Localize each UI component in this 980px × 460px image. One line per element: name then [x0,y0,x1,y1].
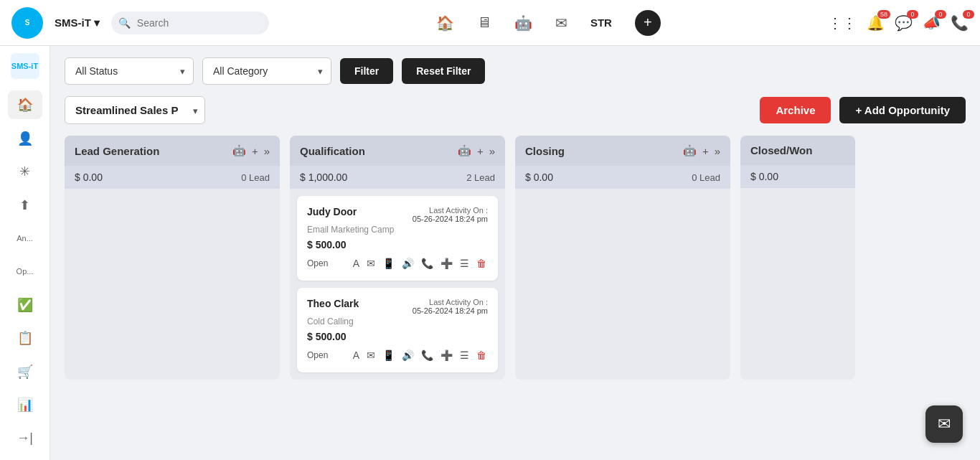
reset-filter-button[interactable]: Reset Filter [402,58,485,84]
card-judy-door: Judy Door Last Activity On : 05-26-2024 … [297,196,498,281]
sidebar-item-users[interactable]: 👤 [8,123,42,152]
card-action-delete-judy[interactable]: 🗑 [475,256,488,271]
card-source-theo: Cold Calling [307,316,488,327]
str-label: STR [590,17,612,29]
brand-name: SMS-iT [55,17,91,29]
sidebar-item-collapse[interactable]: →| [8,424,42,453]
column-closed-won: Closed/Won $ 0.00 [740,136,855,380]
sidebar-item-analytics[interactable]: An... [8,224,42,253]
card-action-email-judy[interactable]: ✉ [365,256,377,271]
opportunities-icon: Op... [17,267,34,276]
app-brand[interactable]: SMS-iT ▾ [55,17,100,29]
card-action-delete-theo[interactable]: 🗑 [475,348,488,362]
monitor-nav-button[interactable]: 🖥 [477,14,491,31]
archive-button[interactable]: Archive [760,97,831,123]
cards-lead-generation [65,189,280,196]
cards-closing [515,189,730,196]
card-action-add-theo[interactable]: ➕ [439,348,454,362]
filter-bar: All Status ▾ All Category ▾ Filter Reset… [65,57,966,85]
card-action-list-judy[interactable]: ☰ [458,256,471,271]
col-footer-qualification: $ 1,000.00 2 Lead [290,166,505,189]
top-navbar: S SMS-iT ▾ 🔍 🏠 🖥 🤖 ✉ STR + ⋮⋮ 🔔58 💬0 📣0 … [0,0,980,46]
col-footer-lead-generation: $ 0.00 0 Lead [65,166,280,189]
card-row1-judy: Judy Door Last Activity On : 05-26-2024 … [307,206,488,223]
col-footer-closed-won: $ 0.00 [740,165,855,188]
mail-nav-button[interactable]: ✉ [555,14,567,32]
nav-right-icons: ⋮⋮ 🔔58 💬0 📣0 📞0 [828,14,969,32]
col-title-closing: Closing [525,145,677,157]
col-expand-btn-qual[interactable]: » [489,145,495,157]
sidebar-item-network[interactable]: ✳ [8,157,42,186]
col-robot-btn-lead[interactable]: 🤖 [232,144,246,157]
card-action-text-judy[interactable]: A [352,256,361,271]
col-amount-qual: $ 1,000.00 [300,172,347,183]
card-activity-date-theo: 05-26-2024 18:24 pm [413,306,488,315]
card-name-theo: Theo Clark [307,298,359,309]
sidebar: SMS-iT 🏠 👤 ✳ ⬆ An... Op... ✅ 📋 🛒 📊 [0,46,50,460]
notifications-button[interactable]: 🔔58 [867,14,885,32]
filter-button[interactable]: Filter [340,58,393,84]
col-header-closed-won: Closed/Won [740,136,855,165]
kanban-board: Lead Generation 🤖 + » $ 0.00 0 Lead Qual… [65,136,966,387]
card-action-text-theo[interactable]: A [352,348,361,362]
col-expand-btn-lead[interactable]: » [264,145,270,157]
col-add-btn-qual[interactable]: + [477,145,484,157]
search-wrapper: 🔍 [111,11,269,34]
sidebar-item-opportunities[interactable]: Op... [8,257,42,286]
cards-qualification: Judy Door Last Activity On : 05-26-2024 … [290,189,505,372]
card-action-audio-judy[interactable]: 🔊 [400,256,415,271]
add-nav-button[interactable]: + [635,10,661,36]
sidebar-item-tasks[interactable]: ✅ [8,291,42,319]
col-add-btn-lead[interactable]: + [252,145,258,157]
col-footer-closing: $ 0.00 0 Lead [515,166,730,189]
category-select[interactable]: All Category [202,57,331,85]
card-action-add-judy[interactable]: ➕ [439,256,454,271]
phone-button[interactable]: 📞0 [951,14,969,32]
col-header-closing: Closing 🤖 + » [515,136,730,166]
chat-badge: 0 [907,10,918,19]
col-count-closing: 0 Lead [692,172,720,183]
col-amount-closed-won: $ 0.00 [750,171,778,182]
robot-nav-button[interactable]: 🤖 [514,14,532,32]
home-nav-button[interactable]: 🏠 [436,14,454,32]
status-select[interactable]: All Status [65,57,194,85]
card-action-sms-judy[interactable]: 📱 [381,256,396,271]
pipeline-select-wrap: Streamlined Sales P ▾ [65,96,205,124]
cards-closed-won [740,188,855,195]
broadcast-button[interactable]: 📣0 [923,14,941,32]
pipeline-header: Streamlined Sales P ▾ Archive + Add Oppo… [65,96,966,124]
float-chat-button[interactable]: ✉ [925,405,963,443]
card-action-sms-theo[interactable]: 📱 [381,348,396,362]
card-row1-theo: Theo Clark Last Activity On : 05-26-2024… [307,298,488,315]
pipeline-select[interactable]: Streamlined Sales P [65,96,205,124]
col-robot-btn-closing[interactable]: 🤖 [683,144,697,157]
col-expand-btn-closing[interactable]: » [715,145,720,157]
search-input[interactable] [111,11,269,34]
sidebar-item-reports[interactable]: 📋 [8,324,42,352]
col-robot-btn-qual[interactable]: 🤖 [458,144,471,157]
charts-icon: 📊 [17,397,33,413]
card-status-judy: Open [307,258,328,268]
col-add-btn-closing[interactable]: + [702,145,709,157]
card-action-list-theo[interactable]: ☰ [458,348,471,362]
card-action-call-judy[interactable]: 📞 [420,256,435,271]
sidebar-item-home[interactable]: 🏠 [8,90,42,119]
sidebar-item-funnel[interactable]: ⬆ [8,190,42,219]
card-name-judy: Judy Door [307,206,357,217]
card-action-call-theo[interactable]: 📞 [420,348,435,362]
tasks-icon: ✅ [17,297,33,313]
card-activity-label-theo: Last Activity On : [413,298,488,306]
card-action-email-theo[interactable]: ✉ [365,348,377,362]
chat-button[interactable]: 💬0 [895,14,913,32]
grid-menu-button[interactable]: ⋮⋮ [828,14,857,32]
sidebar-logo: SMS-iT [11,53,39,79]
col-amount-lead: $ 0.00 [75,172,103,183]
card-theo-clark: Theo Clark Last Activity On : 05-26-2024… [297,288,498,372]
sidebar-item-shop[interactable]: 🛒 [8,357,42,386]
add-opportunity-button[interactable]: + Add Opportunity [839,97,966,123]
funnel-icon: ⬆ [19,197,30,213]
sidebar-item-charts[interactable]: 📊 [8,390,42,419]
app-logo: S [11,7,43,39]
category-select-wrap: All Category ▾ [202,57,331,85]
card-action-audio-theo[interactable]: 🔊 [400,348,415,362]
